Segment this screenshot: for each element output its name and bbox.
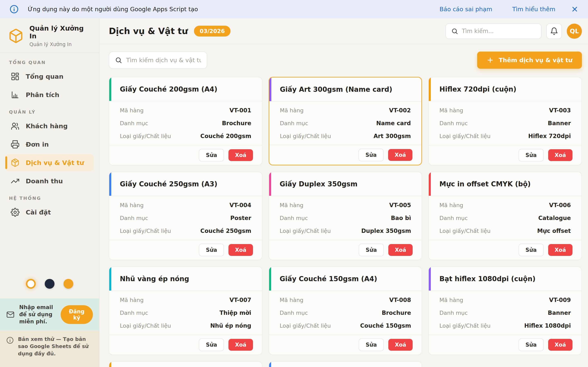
item-material: Nhũ ép nóng — [210, 322, 251, 329]
card-accent-bar — [109, 77, 111, 101]
card-grid: Giấy Couché 200gsm (A4) Mã hàngVT-001 Da… — [109, 77, 582, 367]
plus-icon — [486, 57, 494, 64]
nav-section-label: QUẢN LÝ — [9, 109, 94, 115]
report-abuse-link[interactable]: Báo cáo sai phạm — [440, 6, 492, 13]
toolbar: Thêm dịch vụ & vật tư — [109, 52, 582, 69]
app-frame: Quản lý Xưởng In Quản lý Xưởng In TỔNG Q… — [0, 18, 588, 367]
close-icon[interactable] — [571, 5, 579, 13]
card-accent-bar — [109, 267, 111, 291]
trending-up-icon — [11, 176, 20, 185]
field-label: Danh mục — [439, 310, 467, 316]
card-accent-bar — [429, 77, 431, 101]
theme-dot-dark[interactable] — [45, 279, 54, 289]
sidebar-item-label: Dịch vụ & Vật tư — [26, 159, 84, 166]
product-card: Giấy Couché 150gsm (A4) Mã hàngVT-008 Da… — [269, 267, 422, 355]
item-search-input[interactable] — [126, 57, 201, 64]
card-footer: Sửa Xoá — [429, 240, 581, 260]
delete-button[interactable]: Xoá — [548, 339, 572, 351]
field-label: Mã hàng — [120, 107, 144, 114]
email-signup-text: Nhập email để sử dụng miễn phí. — [19, 304, 56, 325]
theme-dot-orange[interactable] — [63, 279, 73, 289]
item-category: Brochure — [382, 309, 411, 316]
item-code: VT-008 — [389, 297, 411, 303]
card-body: Mã hàngVT-001 Danh mụcBrochure Loại giấy… — [109, 101, 262, 145]
sidebar-item-label: Doanh thu — [26, 177, 63, 185]
card-body: Mã hàngVT-008 Danh mụcBrochure Loại giấy… — [269, 291, 422, 334]
edit-button[interactable]: Sửa — [519, 149, 544, 161]
printer-icon — [11, 140, 20, 149]
delete-button[interactable]: Xoá — [228, 339, 253, 351]
add-item-button[interactable]: Thêm dịch vụ & vật tư — [477, 52, 582, 69]
field-label: Danh mục — [120, 215, 148, 221]
users-icon — [11, 122, 20, 131]
notifications-button[interactable] — [546, 24, 562, 39]
delete-button[interactable]: Xoá — [388, 339, 413, 351]
cube-icon — [8, 28, 24, 44]
app-title: Quản lý Xưởng In — [29, 25, 91, 40]
card-body: Mã hàngVT-009 Danh mụcBanner Loại giấy/C… — [429, 291, 581, 334]
field-label: Mã hàng — [439, 202, 463, 208]
card-header: Giấy Couché 250gsm (A3) — [109, 172, 262, 196]
item-category: Thiệp mời — [219, 309, 251, 316]
card-footer: Sửa Xoá — [429, 334, 581, 355]
sidebar-item-doanh-thu[interactable]: Doanh thu — [5, 173, 94, 190]
card-body: Mã hàngVT-007 Danh mụcThiệp mời Loại giấ… — [109, 291, 262, 334]
edit-button[interactable]: Sửa — [519, 338, 544, 351]
field-label: Loại giấy/Chất liệu — [280, 133, 331, 139]
delete-button[interactable]: Xoá — [228, 149, 253, 161]
preview-notice-text: Bản xem thử — Tạo bản sao Google Sheets … — [18, 336, 93, 358]
edit-button[interactable]: Sửa — [359, 338, 384, 351]
delete-button[interactable]: Xoá — [548, 244, 572, 256]
avatar[interactable]: QL — [567, 24, 582, 39]
delete-button[interactable]: Xoá — [388, 244, 413, 256]
main-area: Dịch vụ & Vật tư 03/2026 QL — [99, 18, 588, 367]
field-label: Loại giấy/Chất liệu — [120, 228, 171, 234]
card-footer: Sửa Xoá — [109, 334, 262, 355]
delete-button[interactable]: Xoá — [388, 149, 412, 161]
theme-dot-light[interactable] — [26, 279, 36, 289]
delete-button[interactable]: Xoá — [228, 244, 253, 256]
edit-button[interactable]: Sửa — [359, 149, 384, 161]
card-accent-bar — [429, 267, 431, 291]
sidebar-item-khach-hang[interactable]: Khách hàng — [5, 117, 94, 134]
product-card: Bạt hiflex 1080dpi (cuộn) Mã hàngVT-009 … — [428, 267, 582, 355]
item-category: Name card — [376, 120, 411, 127]
card-header: Giấy Art 300gsm (Name card) — [269, 77, 422, 101]
global-search-input[interactable] — [462, 28, 536, 34]
sidebar-item-don-in[interactable]: Đơn in — [5, 136, 94, 153]
edit-button[interactable]: Sửa — [199, 244, 224, 256]
field-label: Danh mục — [439, 120, 467, 126]
content-area: Thêm dịch vụ & vật tư Giấy Couché 200gsm… — [99, 44, 588, 367]
product-card: Giấy Duplex 350gsm Mã hàngVT-005 Danh mụ… — [269, 172, 422, 260]
product-card: Mực in offset CMYK (bộ) Mã hàngVT-006 Da… — [428, 172, 582, 260]
dashboard-icon — [11, 72, 20, 81]
sidebar-item-phan-tich[interactable]: Phân tích — [5, 86, 94, 103]
edit-button[interactable]: Sửa — [199, 149, 224, 161]
field-label: Loại giấy/Chất liệu — [280, 228, 331, 234]
card-title: Giấy Couché 200gsm (A4) — [120, 85, 217, 93]
item-material: Art 300gsm — [373, 133, 411, 140]
sidebar-item-label: Đơn in — [26, 141, 49, 148]
card-header: Hiflex 720dpi (cuộn) — [429, 77, 581, 101]
card-body: Mã hàngVT-006 Danh mụcCatalogue Loại giấ… — [429, 196, 581, 240]
app-subtitle: Quản lý Xưởng In — [29, 42, 91, 47]
edit-button[interactable]: Sửa — [359, 244, 384, 256]
learn-more-link[interactable]: Tìm hiểu thêm — [512, 6, 555, 13]
item-material: Couché 200gsm — [200, 133, 251, 140]
card-header: Giấy Couché 200gsm (A4) — [109, 77, 262, 101]
item-material: Mực offset — [537, 227, 571, 234]
sidebar-item-dich-vu-vat-tu[interactable]: Dịch vụ & Vật tư — [5, 154, 94, 171]
theme-switcher — [0, 273, 99, 299]
signup-button[interactable]: Đăng ký — [61, 305, 93, 324]
item-code: VT-007 — [229, 297, 251, 303]
edit-button[interactable]: Sửa — [199, 338, 224, 351]
edit-button[interactable]: Sửa — [519, 244, 544, 256]
card-accent-bar — [109, 172, 111, 196]
mail-icon — [6, 310, 15, 319]
delete-button[interactable]: Xoá — [548, 149, 572, 161]
sidebar-item-tong-quan[interactable]: Tổng quan — [5, 68, 94, 85]
field-label: Mã hàng — [120, 297, 144, 303]
nav-section-label: TỔNG QUAN — [9, 60, 94, 65]
sidebar-item-cai-dat[interactable]: Cài đặt — [5, 204, 94, 221]
card-title: Bạt hiflex 1080dpi (cuộn) — [439, 275, 535, 283]
